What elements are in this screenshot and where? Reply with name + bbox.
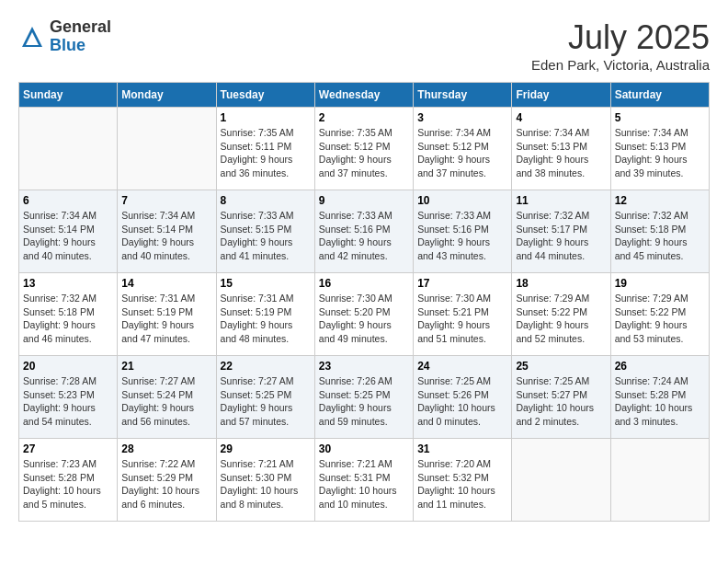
calendar-cell: 22Sunrise: 7:27 AMSunset: 5:25 PMDayligh… — [216, 356, 314, 439]
day-info: Sunrise: 7:32 AMSunset: 5:18 PMDaylight:… — [23, 292, 113, 346]
day-info: Sunrise: 7:32 AMSunset: 5:17 PMDaylight:… — [516, 209, 606, 263]
day-number: 29 — [221, 442, 311, 455]
logo-general: General — [50, 17, 111, 36]
location-subtitle: Eden Park, Victoria, Australia — [531, 57, 710, 73]
calendar-cell: 16Sunrise: 7:30 AMSunset: 5:20 PMDayligh… — [314, 273, 413, 356]
calendar-cell: 20Sunrise: 7:28 AMSunset: 5:23 PMDayligh… — [19, 356, 118, 439]
day-info: Sunrise: 7:33 AMSunset: 5:16 PMDaylight:… — [319, 209, 409, 263]
day-number: 21 — [121, 360, 211, 373]
day-info: Sunrise: 7:21 AMSunset: 5:31 PMDaylight:… — [319, 457, 409, 511]
calendar-cell: 28Sunrise: 7:22 AMSunset: 5:29 PMDayligh… — [118, 439, 216, 522]
calendar-cell: 29Sunrise: 7:21 AMSunset: 5:30 PMDayligh… — [216, 439, 314, 522]
month-title: July 2025 — [531, 18, 710, 57]
day-number: 19 — [615, 277, 705, 290]
day-info: Sunrise: 7:30 AMSunset: 5:20 PMDaylight:… — [319, 292, 409, 346]
calendar-cell — [118, 108, 216, 190]
day-number: 16 — [319, 277, 409, 290]
calendar-cell: 13Sunrise: 7:32 AMSunset: 5:18 PMDayligh… — [19, 273, 118, 356]
calendar-cell — [610, 439, 709, 522]
day-info: Sunrise: 7:28 AMSunset: 5:23 PMDaylight:… — [23, 374, 113, 429]
day-info: Sunrise: 7:29 AMSunset: 5:22 PMDaylight:… — [516, 292, 606, 346]
calendar-cell: 21Sunrise: 7:27 AMSunset: 5:24 PMDayligh… — [118, 356, 216, 439]
day-number: 11 — [516, 194, 606, 207]
day-number: 30 — [319, 442, 409, 455]
day-number: 24 — [417, 360, 507, 373]
day-info: Sunrise: 7:32 AMSunset: 5:18 PMDaylight:… — [615, 209, 705, 263]
logo-icon — [18, 23, 46, 51]
day-info: Sunrise: 7:20 AMSunset: 5:32 PMDaylight:… — [417, 457, 507, 511]
day-number: 3 — [417, 111, 507, 124]
logo-blue: Blue — [50, 36, 85, 54]
calendar-cell: 2Sunrise: 7:35 AMSunset: 5:12 PMDaylight… — [314, 108, 413, 190]
title-block: July 2025 Eden Park, Victoria, Australia — [531, 18, 710, 73]
col-tuesday: Tuesday — [216, 83, 314, 108]
day-number: 10 — [417, 194, 507, 207]
calendar-cell: 12Sunrise: 7:32 AMSunset: 5:18 PMDayligh… — [610, 190, 709, 273]
col-sunday: Sunday — [19, 83, 118, 108]
calendar-cell: 27Sunrise: 7:23 AMSunset: 5:28 PMDayligh… — [19, 439, 118, 522]
logo: General Blue — [18, 18, 111, 55]
calendar-cell: 17Sunrise: 7:30 AMSunset: 5:21 PMDayligh… — [414, 273, 512, 356]
calendar-cell: 30Sunrise: 7:21 AMSunset: 5:31 PMDayligh… — [314, 439, 413, 522]
day-number: 1 — [221, 111, 311, 124]
day-number: 15 — [221, 277, 311, 290]
day-number: 7 — [121, 194, 211, 207]
day-number: 8 — [221, 194, 311, 207]
calendar-cell: 18Sunrise: 7:29 AMSunset: 5:22 PMDayligh… — [512, 273, 610, 356]
day-info: Sunrise: 7:34 AMSunset: 5:13 PMDaylight:… — [615, 126, 705, 180]
calendar-cell: 24Sunrise: 7:25 AMSunset: 5:26 PMDayligh… — [414, 356, 512, 439]
day-number: 5 — [615, 111, 705, 124]
calendar-cell: 15Sunrise: 7:31 AMSunset: 5:19 PMDayligh… — [216, 273, 314, 356]
calendar-cell: 10Sunrise: 7:33 AMSunset: 5:16 PMDayligh… — [414, 190, 512, 273]
calendar-cell: 4Sunrise: 7:34 AMSunset: 5:13 PMDaylight… — [512, 108, 610, 190]
day-info: Sunrise: 7:23 AMSunset: 5:28 PMDaylight:… — [23, 457, 113, 511]
day-info: Sunrise: 7:31 AMSunset: 5:19 PMDaylight:… — [121, 292, 211, 346]
col-friday: Friday — [512, 83, 610, 108]
day-info: Sunrise: 7:29 AMSunset: 5:22 PMDaylight:… — [615, 292, 705, 346]
day-number: 23 — [319, 360, 409, 373]
calendar-cell: 5Sunrise: 7:34 AMSunset: 5:13 PMDaylight… — [610, 108, 709, 190]
header-row: Sunday Monday Tuesday Wednesday Thursday… — [19, 83, 710, 108]
calendar-cell: 8Sunrise: 7:33 AMSunset: 5:15 PMDaylight… — [216, 190, 314, 273]
calendar-week-row: 6Sunrise: 7:34 AMSunset: 5:14 PMDaylight… — [19, 190, 710, 273]
day-info: Sunrise: 7:30 AMSunset: 5:21 PMDaylight:… — [417, 292, 507, 346]
col-saturday: Saturday — [610, 83, 709, 108]
calendar-week-row: 27Sunrise: 7:23 AMSunset: 5:28 PMDayligh… — [19, 439, 710, 522]
day-info: Sunrise: 7:35 AMSunset: 5:11 PMDaylight:… — [221, 126, 311, 180]
calendar-week-row: 1Sunrise: 7:35 AMSunset: 5:11 PMDaylight… — [19, 108, 710, 190]
day-number: 25 — [516, 360, 606, 373]
day-number: 13 — [23, 277, 113, 290]
day-number: 6 — [23, 194, 113, 207]
day-info: Sunrise: 7:33 AMSunset: 5:15 PMDaylight:… — [221, 209, 311, 263]
page-header: General Blue July 2025 Eden Park, Victor… — [18, 18, 710, 73]
col-monday: Monday — [118, 83, 216, 108]
calendar-cell: 6Sunrise: 7:34 AMSunset: 5:14 PMDaylight… — [19, 190, 118, 273]
day-number: 28 — [121, 442, 211, 455]
col-thursday: Thursday — [414, 83, 512, 108]
day-number: 9 — [319, 194, 409, 207]
day-number: 4 — [516, 111, 606, 124]
col-wednesday: Wednesday — [314, 83, 413, 108]
calendar-week-row: 20Sunrise: 7:28 AMSunset: 5:23 PMDayligh… — [19, 356, 710, 439]
day-info: Sunrise: 7:27 AMSunset: 5:24 PMDaylight:… — [121, 374, 211, 429]
calendar-cell: 1Sunrise: 7:35 AMSunset: 5:11 PMDaylight… — [216, 108, 314, 190]
calendar-week-row: 13Sunrise: 7:32 AMSunset: 5:18 PMDayligh… — [19, 273, 710, 356]
day-number: 14 — [121, 277, 211, 290]
day-info: Sunrise: 7:34 AMSunset: 5:14 PMDaylight:… — [121, 209, 211, 263]
day-info: Sunrise: 7:34 AMSunset: 5:14 PMDaylight:… — [23, 209, 113, 263]
calendar-cell — [19, 108, 118, 190]
day-info: Sunrise: 7:27 AMSunset: 5:25 PMDaylight:… — [221, 374, 311, 429]
day-info: Sunrise: 7:26 AMSunset: 5:25 PMDaylight:… — [319, 374, 409, 429]
calendar-cell: 19Sunrise: 7:29 AMSunset: 5:22 PMDayligh… — [610, 273, 709, 356]
day-number: 27 — [23, 442, 113, 455]
day-info: Sunrise: 7:24 AMSunset: 5:28 PMDaylight:… — [615, 374, 705, 429]
day-info: Sunrise: 7:35 AMSunset: 5:12 PMDaylight:… — [319, 126, 409, 180]
day-info: Sunrise: 7:33 AMSunset: 5:16 PMDaylight:… — [417, 209, 507, 263]
calendar-cell: 31Sunrise: 7:20 AMSunset: 5:32 PMDayligh… — [414, 439, 512, 522]
day-number: 20 — [23, 360, 113, 373]
day-info: Sunrise: 7:34 AMSunset: 5:13 PMDaylight:… — [516, 126, 606, 180]
calendar-cell: 3Sunrise: 7:34 AMSunset: 5:12 PMDaylight… — [414, 108, 512, 190]
day-number: 31 — [417, 442, 507, 455]
day-info: Sunrise: 7:25 AMSunset: 5:27 PMDaylight:… — [516, 374, 606, 429]
day-number: 2 — [319, 111, 409, 124]
